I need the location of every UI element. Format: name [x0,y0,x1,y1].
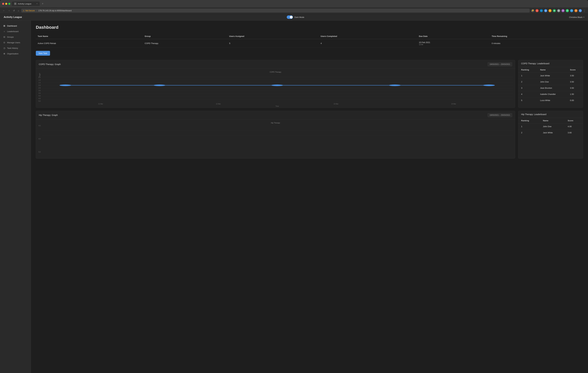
extension-user[interactable]: U [579,9,582,12]
security-icon: ⚠ [23,10,25,12]
sidebar-item-manage-users[interactable]: ⊙ Manage Users [0,40,31,45]
browser-toolbar: ← → ↺ ⌂ ⚠ Not Secure | 178.79.143.29.xip… [0,7,588,14]
leaderboard-row: 2 John Doe 3.50 [518,79,583,85]
lb-ranking: 3 [518,85,537,91]
lb-ranking: 5 [518,97,537,104]
user-name: Christine Black [569,16,582,18]
hip-leaderboard-title: Hip Therapy: Leaderboard [521,113,546,116]
col-due-date: Due Date [417,33,490,39]
col-users-assigned: Users Assigned [227,33,319,39]
hip-lb-col-score: Score [565,118,583,123]
hip-chart-label: Hip Therapy [38,122,513,124]
hip-lb-header-row: Ranking Name Score [518,118,583,123]
task-time-remaining-cell: 0 minutes [490,39,583,48]
sidebar-item-leaderboard[interactable]: ○ Leaderboard [0,29,31,34]
svg-point-14 [389,85,401,86]
svg-point-12 [154,85,165,86]
lb-name: Jean Brunton [537,85,567,91]
hip-date-range: 19/03/2021 – 25/03/2021 [488,113,512,117]
copd-section: COPD Therapy: Graph 19/03/2021 – 25/03/2… [36,60,583,108]
copd-leaderboard-title: COPD Therapy: Leaderboard [521,62,549,65]
extension-icon[interactable]: 🔑 [531,9,534,12]
extension-red[interactable]: ● [536,9,539,12]
extension-puzzle[interactable]: ⊞ [574,9,578,12]
tab-close-button[interactable]: × [36,3,38,5]
hip-chart-area [42,125,513,156]
col-time-remaining: Time Remaining [490,33,583,39]
user-info[interactable]: Christine Black ▾ [569,16,584,18]
dark-mode-switch[interactable] [287,15,293,19]
hip-lb-ranking: 1 [518,123,540,130]
hip-leaderboard-table: Ranking Name Score 1 John Doe 4.00 2 Jac… [518,118,583,136]
dark-mode-toggle[interactable]: Dark Mode [287,15,304,19]
new-task-button[interactable]: New Task [36,51,50,56]
copd-leaderboard-card: COPD Therapy: Leaderboard Ranking Name S… [518,60,583,108]
hip-graph-card: Hip Therapy: Graph 19/03/2021 – 25/03/20… [36,111,515,159]
tab-favicon: A [14,2,17,5]
reload-button[interactable]: ↺ [12,9,16,12]
home-button[interactable]: ⌂ [17,9,20,12]
lb-ranking: 4 [518,91,537,97]
copd-leaderboard-header: COPD Therapy: Leaderboard [518,60,583,67]
copd-chart-wrap: 5.0 4.5 4.0 3.5 3.0 2.5 2.0 1.5 1.0 0.5 [38,74,513,105]
extension-teal[interactable]: ⊕ [566,9,569,12]
close-traffic-light[interactable] [2,3,4,5]
copd-chart-container: COPD Therapy 5.0 4.5 4.0 3.5 3.0 2.5 2.0… [36,69,515,108]
sidebar-item-groups[interactable]: ⊟ Groups [0,34,31,40]
col-users-completed: Users Completed [319,33,417,39]
address-bar[interactable]: ⚠ Not Secure | 178.79.143.29.xip.io:8000… [21,9,530,12]
sidebar-item-dashboard[interactable]: ⊞ Dashboard [0,23,31,29]
leaderboard-row: 5 Luca White 0.00 [518,97,583,104]
new-tab-button[interactable]: + [41,2,44,5]
hip-lb-score: 3.60 [565,130,583,136]
svg-point-15 [483,85,495,86]
extension-yellow[interactable]: ★ [548,9,552,12]
url-display: 178.79.143.29.xip.io:8000/dashboard [38,10,72,12]
minimize-traffic-light[interactable] [5,3,7,5]
lb-name: Isabelle Chandler [537,91,567,97]
sidebar-label-task-history: Task History [7,47,18,49]
task-history-icon: ◷ [3,47,6,49]
maximize-traffic-light[interactable] [8,3,10,5]
main-content: Dashboard Task Name Group Users Assigned… [31,21,588,373]
main-layout: ⊞ Dashboard ○ Leaderboard ⊟ Groups ⊙ Man… [0,21,588,373]
lb-score: 3.50 [567,79,583,85]
extension-linkedin[interactable]: in [540,9,543,12]
top-bar: Activity League Dark Mode Christine Blac… [0,14,588,21]
copd-graph-title: COPD Therapy: Graph [39,63,61,66]
tasks-table-body: Active COPD Rehab COPD Therapy 5 4 15 Fe… [36,39,583,48]
dark-mode-label: Dark Mode [294,16,304,18]
lb-col-score: Score [567,67,583,73]
manage-users-icon: ⊙ [3,41,6,44]
copd-chart-area: Score [42,74,513,105]
forward-button[interactable]: → [7,9,11,12]
svg-point-13 [271,85,283,86]
copd-graph-header: COPD Therapy: Graph 19/03/2021 – 25/03/2… [36,60,515,69]
extension-sky[interactable]: ✦ [570,9,573,12]
col-group: Group [143,33,227,39]
sidebar-label-groups: Groups [7,36,14,38]
sidebar-item-task-history[interactable]: ◷ Task History [0,45,31,51]
extension-purple[interactable]: ✿ [561,9,565,12]
security-label: Not Secure [25,10,35,12]
copd-chart-svg [42,74,513,102]
task-row: Active COPD Rehab COPD Therapy 5 4 15 Fe… [36,39,583,48]
active-tab[interactable]: A Activity League × [12,1,40,6]
extension-grey[interactable]: ◉ [557,9,560,12]
browser-menu-button[interactable]: ⋮ [583,9,586,12]
copd-leaderboard-header-row: Ranking Name Score [518,67,583,73]
back-button[interactable]: ← [2,9,6,12]
sidebar-item-organisation[interactable]: ⊕ Organisation [0,51,31,56]
hip-chart-wrap: 5.0 4.5 4.0 [38,125,513,156]
lb-score: 3.50 [567,85,583,91]
hip-graph-header: Hip Therapy: Graph 19/03/2021 – 25/03/20… [36,111,515,120]
hip-chart-svg [42,125,513,141]
leaderboard-icon: ○ [3,30,6,33]
extension-green[interactable]: ◆ [553,9,556,12]
browser-window: A Activity League × + ← → ↺ ⌂ ⚠ Not Secu… [0,0,588,14]
hip-leaderboard-row: 1 John Doe 4.00 [518,123,583,130]
hip-lb-name: John Doe [540,123,565,130]
sidebar-label-manage-users: Manage Users [7,41,20,44]
extension-blue[interactable]: ■ [544,9,547,12]
sidebar-label-organisation: Organisation [7,53,19,55]
